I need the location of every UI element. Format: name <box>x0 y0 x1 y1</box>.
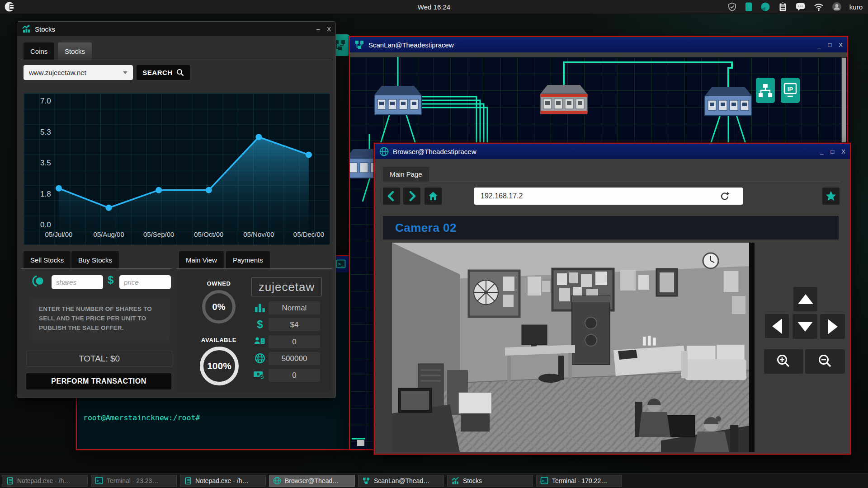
search-button[interactable]: SEARCH <box>137 65 190 80</box>
pan-down-button[interactable] <box>793 314 817 339</box>
terminal-icon: >_ <box>540 477 548 485</box>
tab-coins[interactable]: Coins <box>24 42 54 60</box>
arrow-right-icon <box>828 319 838 334</box>
owned-value: 0% <box>212 302 226 312</box>
taskbar-item-notepad-2[interactable]: Notepad.exe - /h… <box>180 475 266 487</box>
taskbar-item-terminal-2[interactable]: >_ Terminal - 170.22… <box>536 475 622 487</box>
x-tick-label: 05/Nov/00 <box>243 230 274 238</box>
stock-status: Normal <box>269 301 320 314</box>
stock-chart-svg <box>24 94 330 244</box>
taskbar-item-notepad-1[interactable]: Notepad.exe - /h… <box>2 475 88 487</box>
divider <box>383 182 840 182</box>
stock-select-value: www.zujecetaw.net <box>29 69 86 76</box>
close-button[interactable]: X <box>327 26 331 33</box>
minimize-button[interactable]: _ <box>817 42 821 48</box>
pan-left-button[interactable] <box>765 314 789 338</box>
desktop: Wed 16:24 <box>0 0 868 488</box>
browser-titlebar[interactable]: Browser@Theadestipracew _ □ X <box>375 144 850 159</box>
username[interactable]: kuro <box>849 3 863 11</box>
clipboard-icon[interactable] <box>778 2 788 12</box>
refresh-icon[interactable] <box>719 191 730 202</box>
owned-ring: 0% <box>202 290 236 324</box>
tab-payments[interactable]: Payments <box>226 251 270 268</box>
chart-point <box>156 187 162 193</box>
close-button[interactable]: X <box>841 148 845 155</box>
tab-label: Buy Stocks <box>78 256 112 264</box>
bookmark-button[interactable] <box>822 188 840 205</box>
x-tick-label: 05/Sep/00 <box>143 230 174 238</box>
stock-chart[interactable]: 7.05.33.51.80.0 05/Jul/0005/Aug/0005/Sep… <box>24 93 330 245</box>
zoom-in-button[interactable] <box>764 349 803 374</box>
home-button[interactable] <box>425 188 442 205</box>
terminal-prompt: root@Amerstaincknew:/root# <box>83 413 227 424</box>
stocks-title: Stocks <box>35 25 55 33</box>
taskbar-item-label: Terminal - 170.22… <box>552 477 607 484</box>
taskbar-item-browser[interactable]: Browser@Thead… <box>269 475 355 487</box>
taskbar-item-terminal-1[interactable]: >_ Terminal - 23.23… <box>91 475 177 487</box>
total-display[interactable]: TOTAL: $0 <box>26 351 172 367</box>
tab-main-view[interactable]: Main View <box>179 251 224 268</box>
stocks-titlebar[interactable]: Stocks – X <box>17 22 335 36</box>
shield-check-icon[interactable] <box>727 2 737 12</box>
status-value: Normal <box>282 304 307 313</box>
back-icon <box>387 191 396 202</box>
available-label: AVAILABLE <box>193 337 245 343</box>
taskbar-item-label: Terminal - 23.23… <box>107 477 158 484</box>
network-switch[interactable] <box>374 86 421 115</box>
camera-scroll-strip <box>749 243 755 452</box>
trade-help-text: ENTER THE NUMBER OF SHARES TO SELL AND T… <box>32 299 170 340</box>
maximize-button[interactable]: □ <box>830 148 834 155</box>
scanlan-titlebar[interactable]: ScanLan@Theadestipracew _ □ X <box>350 37 847 52</box>
perform-transaction-button[interactable]: PERFORM TRANSACTION <box>26 373 171 389</box>
minimize-button[interactable]: – <box>316 26 320 33</box>
pending-payments: 0 <box>269 369 320 382</box>
ip-list-button[interactable]: IP <box>781 78 800 103</box>
zoom-out-icon <box>817 354 833 369</box>
zoom-out-button[interactable] <box>805 349 845 374</box>
tab-stocks[interactable]: Stocks <box>58 42 92 60</box>
terminal-icon: >_ <box>336 259 346 269</box>
network-tree-icon <box>756 81 774 99</box>
tab-label: Payments <box>233 256 263 264</box>
price-input[interactable] <box>119 275 171 289</box>
address-bar[interactable] <box>474 188 743 205</box>
x-tick-label: 05/Oct/00 <box>194 230 223 238</box>
camera-feed[interactable] <box>392 243 749 452</box>
notepad-icon <box>6 477 14 485</box>
chart-point <box>206 187 212 193</box>
stock-select[interactable]: www.zujecetaw.net <box>24 65 133 80</box>
tab-buy-stocks[interactable]: Buy Stocks <box>71 251 119 268</box>
taskbar-item-label: Stocks <box>463 477 482 484</box>
camera-scene <box>392 243 749 452</box>
taskbar-item-stocks[interactable]: Stocks <box>447 475 533 487</box>
pie-status-icon[interactable] <box>760 2 770 12</box>
taskbar-item-scanlan[interactable]: ScanLan@Thead… <box>358 475 444 487</box>
wifi-icon[interactable] <box>813 2 824 11</box>
avatar-icon[interactable] <box>832 2 842 12</box>
network-switch[interactable] <box>705 87 752 116</box>
maximize-button[interactable]: □ <box>828 42 831 48</box>
tab-label: Main View <box>186 256 217 264</box>
battery-icon[interactable] <box>745 2 753 12</box>
search-button-label: SEARCH <box>142 69 172 76</box>
divider <box>176 268 332 269</box>
chat-icon[interactable] <box>795 2 806 12</box>
pan-up-button[interactable] <box>793 287 817 311</box>
network-switch-alert[interactable] <box>540 85 587 114</box>
network-tree-button[interactable] <box>756 78 775 103</box>
scanlan-icon <box>354 40 364 50</box>
owned-label: OWNED <box>196 280 241 287</box>
tab-sell-stocks[interactable]: Sell Stocks <box>24 251 71 268</box>
tab-label: Main Page <box>390 170 422 178</box>
available-value: 100% <box>207 361 231 371</box>
forward-button[interactable] <box>403 188 420 205</box>
shares-input[interactable] <box>52 275 103 289</box>
pan-right-button[interactable] <box>820 314 845 339</box>
back-button[interactable] <box>383 188 400 205</box>
tab-label: Stocks <box>65 47 85 55</box>
dollar-icon: $ <box>108 274 113 286</box>
tab-main-page[interactable]: Main Page <box>383 167 429 182</box>
close-button[interactable]: X <box>839 42 843 48</box>
taskbar-item-label: ScanLan@Thead… <box>374 477 429 484</box>
minimize-button[interactable]: _ <box>820 148 823 155</box>
